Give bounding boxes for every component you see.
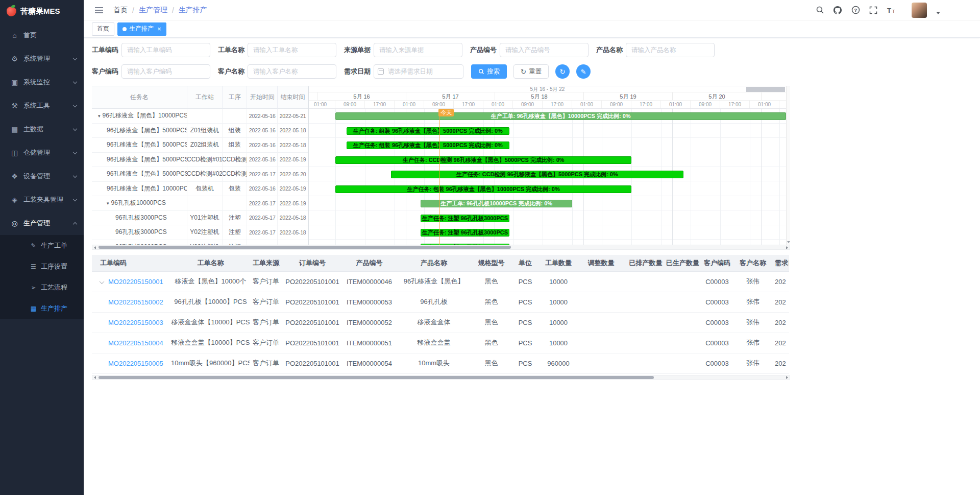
timeline-day-cell: 5月 17 — [406, 92, 495, 101]
gantt-horizontal-scrollbar[interactable] — [92, 245, 790, 250]
tab-close-icon[interactable]: × — [157, 26, 161, 32]
gantt-table-row[interactable]: ▾96孔孔板10000PCS2022-05-172022-05-19 — [92, 196, 308, 211]
gantt-table-row[interactable]: 96孔移液盒【黑色】5000PCSCCD检测#01CCD检测2022-05-16… — [92, 153, 308, 168]
reset-button[interactable]: ↻ 重置 — [513, 64, 549, 79]
sidebar: 苦糖果MES ⌂首页⚙系统管理▣系统监控⚒系统工具▤主数据◫仓储管理❖设备管理◈… — [0, 0, 84, 495]
fullscreen-icon[interactable] — [868, 5, 879, 16]
table-row[interactable]: MO202205150004移液盒盒盖【10000】PCS客户订单PO20220… — [92, 333, 789, 353]
table-row[interactable]: MO202205150001移液盒【黑色】10000个客户订单PO2022051… — [92, 271, 789, 292]
sidebar-item-production[interactable]: ◎生产管理 — [0, 211, 84, 235]
refresh-data-button[interactable]: ↻ — [555, 64, 570, 79]
cell-adjust — [577, 353, 625, 373]
sidebar-item-home[interactable]: ⌂首页 — [0, 23, 84, 47]
gantt-bar[interactable]: 生产任务: CCD检测 96孔移液盒【黑色】5000PCS 完成比例: 0% — [391, 171, 683, 178]
work-order-name-input[interactable] — [248, 43, 336, 57]
tab-scheduling[interactable]: 生产排产× — [117, 22, 166, 36]
gantt-bar[interactable]: 生产任务: 组装 96孔移液盒【黑色】5000PCS 完成比例: 0% — [347, 127, 509, 135]
cell-customer-code: C00003 — [699, 333, 735, 353]
user-caret-icon[interactable] — [936, 12, 940, 14]
menu-fold-icon[interactable] — [93, 5, 105, 16]
product-code-input[interactable] — [500, 43, 589, 57]
gantt-bar[interactable]: 生产任务: 组装 96孔移液盒【黑色】5000PCS 完成比例: 0% — [347, 142, 509, 149]
scroll-down-arrow-icon[interactable] — [787, 241, 790, 243]
gantt-table-row[interactable]: 96孔移液盒【黑色】5000PCSZ01组装机组装2022-05-162022-… — [92, 124, 308, 138]
customer-code-input[interactable] — [121, 64, 210, 79]
order-code-link[interactable]: MO202205150003 — [108, 319, 163, 326]
scroll-left-arrow-icon[interactable] — [94, 246, 96, 249]
gantt-chart: 任务名工作站工序开始时间结束时间 ▾96孔移液盒【黑色】10000PCS2022… — [92, 86, 790, 245]
chevron-down-icon — [73, 126, 77, 130]
fixture-icon: ◈ — [10, 196, 19, 204]
sidebar-item-monitor[interactable]: ▣系统监控 — [0, 70, 84, 94]
end-time-cell: 2022-05-19 — [278, 153, 308, 168]
process-cell: CCD检测 — [223, 153, 247, 168]
search-button[interactable]: 搜索 — [471, 64, 507, 79]
gantt-bar[interactable]: 生产任务: 注塑 96孔孔板3000PCS 完成 — [421, 215, 509, 222]
chevron-down-icon — [73, 173, 77, 177]
workstation-cell: CCD检测#02 — [187, 167, 223, 182]
scroll-left-arrow-icon[interactable] — [94, 376, 96, 379]
gantt-table-row[interactable]: 96孔移液盒【黑色】5000PCSZ02组装机组装2022-05-162022-… — [92, 138, 308, 153]
scroll-right-arrow-icon[interactable] — [786, 246, 788, 249]
workstation-cell — [187, 109, 223, 124]
gantt-table-row[interactable]: 96孔孔板3000PCSY01注塑机注塑2022-05-172022-05-18 — [92, 211, 308, 226]
orders-horizontal-scrollbar[interactable] — [92, 375, 790, 380]
gantt-bar[interactable]: 生产任务: 注塑 96孔孔板3000PCS 完成 — [421, 229, 509, 237]
product-name-input[interactable] — [626, 43, 715, 57]
avatar[interactable] — [912, 3, 927, 18]
gantt-table-row[interactable]: 96孔移液盒【黑色】10000PCS包装机包装2022-05-162022-05… — [92, 182, 308, 197]
sidebar-item-system[interactable]: ⚙系统管理 — [0, 47, 84, 70]
workstation-cell: CCD检测#01 — [187, 153, 223, 168]
customer-name-input[interactable] — [248, 64, 336, 79]
order-code-link[interactable]: MO202205150001 — [108, 278, 163, 286]
order-code-link[interactable]: MO202205150005 — [108, 360, 163, 367]
gantt-table-header: 任务名工作站工序开始时间结束时间 — [92, 86, 308, 109]
gantt-bar[interactable]: 生产任务: CCD检测 96孔移液盒【黑色】5000PCS 完成比例: 0% — [335, 156, 631, 164]
sidebar-item-equipment[interactable]: ❖设备管理 — [0, 164, 84, 188]
font-size-icon[interactable]: TT — [886, 5, 897, 16]
sidebar-item-scheduling[interactable]: ▦生产排产 — [0, 298, 84, 319]
gantt-vertical-scrollbar[interactable] — [786, 86, 790, 245]
sidebar-item-process-flow[interactable]: ➢工艺流程 — [0, 277, 84, 298]
scroll-right-arrow-icon[interactable] — [786, 376, 788, 379]
work-order-code-input[interactable] — [121, 43, 210, 57]
gantt-table-body: ▾96孔移液盒【黑色】10000PCS2022-05-162022-05-219… — [92, 109, 308, 245]
gantt-bar[interactable]: 生产工单: 96孔孔板10000PCS 完成比例: 0% — [421, 200, 572, 207]
sidebar-item-fixture[interactable]: ◈工装夹具管理 — [0, 188, 84, 211]
chevron-down-icon[interactable] — [100, 279, 105, 284]
tab-home[interactable]: 首页 — [92, 22, 114, 36]
gantt-table-row[interactable]: 96孔移液盒【黑色】5000PCSCCD检测#02CCD检测2022-05-17… — [92, 167, 308, 182]
table-row[interactable]: MO20220515000510mm吸头【960000】PCS客户订单PO202… — [92, 353, 789, 373]
timeline-scroll-thumb[interactable] — [746, 87, 785, 92]
gantt-bar[interactable]: 生产任务: 包装 96孔移液盒【黑色】10000PCS 完成比例: 0% — [335, 185, 631, 193]
gantt-hscroll-thumb[interactable] — [99, 246, 511, 249]
start-time-cell: 2022-05-17 — [247, 167, 278, 182]
sidebar-item-work-order[interactable]: ✎生产工单 — [0, 235, 84, 256]
order-code-link[interactable]: MO202205150004 — [108, 339, 163, 347]
sidebar-item-tools[interactable]: ⚒系统工具 — [0, 94, 84, 117]
demand-date-input[interactable] — [374, 64, 463, 79]
table-row[interactable]: MO20220515000296孔孔板【10000】PCS客户订单PO20220… — [92, 292, 789, 312]
source-doc-input[interactable] — [374, 43, 462, 57]
home-icon: ⌂ — [10, 31, 19, 39]
edit-button[interactable]: ✎ — [576, 64, 591, 79]
search-icon[interactable] — [814, 5, 825, 16]
gantt-table-row[interactable]: 96孔孔板3000PCSY02注塑机注塑2022-05-172022-05-18 — [92, 225, 308, 240]
github-icon[interactable] — [832, 5, 843, 16]
sidebar-item-warehouse[interactable]: ◫仓储管理 — [0, 141, 84, 164]
breadcrumb-item[interactable]: 生产管理 — [139, 6, 167, 15]
order-code-link[interactable]: MO202205150002 — [108, 298, 163, 306]
breadcrumb-item[interactable]: 首页 — [113, 6, 128, 15]
orders-hscroll-thumb[interactable] — [99, 376, 654, 379]
table-row[interactable]: MO202205150003移液盒盒体【10000】PCS客户订单PO20220… — [92, 312, 789, 333]
help-icon[interactable]: ? — [850, 5, 861, 16]
caret-down-icon[interactable]: ▾ — [107, 201, 109, 206]
gantt-bar[interactable]: 生产工单: 96孔移液盒【黑色】10000PCS 完成比例: 0% — [335, 112, 786, 120]
sidebar-item-master-data[interactable]: ▤主数据 — [0, 117, 84, 141]
cell-product: 10mm吸头 — [396, 353, 472, 373]
caret-down-icon[interactable]: ▾ — [98, 113, 101, 119]
breadcrumb-item[interactable]: 生产排产 — [179, 6, 207, 15]
gantt-table-row[interactable]: ▾96孔移液盒【黑色】10000PCS2022-05-162022-05-21 — [92, 109, 308, 124]
cell-item: ITEM00000053 — [343, 292, 396, 312]
sidebar-item-process-settings[interactable]: ☰工序设置 — [0, 256, 84, 277]
